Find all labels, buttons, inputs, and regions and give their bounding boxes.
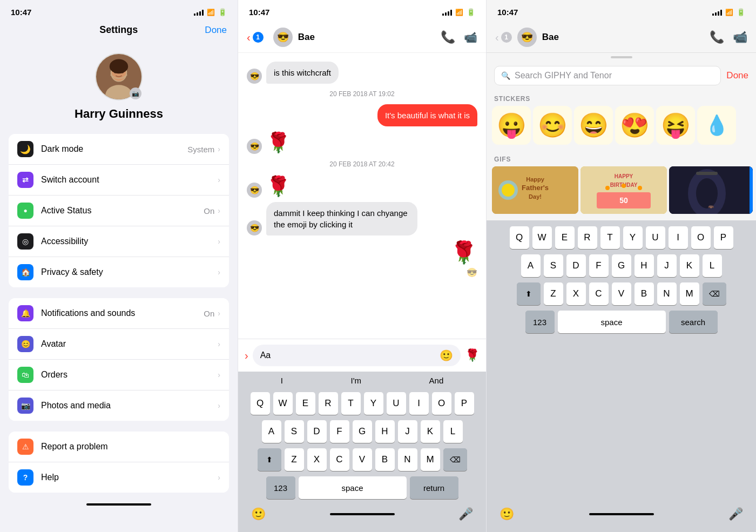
gif-item[interactable]: Happy Father's Day! xyxy=(492,166,578,214)
key-gbackspace[interactable]: ⌫ xyxy=(703,282,726,305)
key-gI[interactable]: I xyxy=(669,226,688,249)
key-gN[interactable]: N xyxy=(657,282,677,305)
sticker-item[interactable]: 😝 xyxy=(656,106,695,145)
settings-row-accessibility[interactable]: ◎ Accessibility › xyxy=(9,226,229,257)
key-gD[interactable]: D xyxy=(566,254,586,277)
key-gZ[interactable]: Z xyxy=(544,282,563,305)
back-button[interactable]: ‹ 1 xyxy=(247,31,264,44)
key-H[interactable]: H xyxy=(375,420,395,443)
mic-icon[interactable]: 🎤 xyxy=(458,507,473,521)
settings-row-help[interactable]: ? Help › xyxy=(9,462,229,493)
key-gK[interactable]: K xyxy=(680,254,699,277)
key-gspace[interactable]: space xyxy=(558,311,666,333)
key-W[interactable]: W xyxy=(273,392,293,415)
key-Y[interactable]: Y xyxy=(364,392,383,415)
key-gshift[interactable]: ⬆ xyxy=(517,282,541,305)
settings-row-switch-account[interactable]: ⇄ Switch account › xyxy=(9,165,229,196)
key-E[interactable]: E xyxy=(296,392,315,415)
key-A[interactable]: A xyxy=(262,420,281,443)
sticker-item[interactable]: 😄 xyxy=(574,106,613,145)
key-gM[interactable]: M xyxy=(680,282,699,305)
key-Z[interactable]: Z xyxy=(285,448,304,471)
key-M[interactable]: M xyxy=(421,448,440,471)
key-return[interactable]: return xyxy=(410,476,458,499)
suggestion-1[interactable]: I xyxy=(281,376,283,385)
giphy-done-button[interactable]: Done xyxy=(726,70,748,81)
key-gQ[interactable]: Q xyxy=(510,226,529,249)
key-gsearch[interactable]: search xyxy=(669,311,718,333)
key-gC[interactable]: C xyxy=(589,282,609,305)
key-L[interactable]: L xyxy=(443,420,463,443)
settings-row-photos[interactable]: 📷 Photos and media › xyxy=(9,390,229,421)
settings-row-privacy[interactable]: 🏠 Privacy & safety › xyxy=(9,257,229,287)
giphy-search-input-wrap[interactable]: 🔍 Search GIPHY and Tenor xyxy=(494,66,721,85)
key-C[interactable]: C xyxy=(330,448,349,471)
key-gJ[interactable]: J xyxy=(657,254,677,277)
key-G[interactable]: G xyxy=(353,420,372,443)
key-X[interactable]: X xyxy=(307,448,327,471)
key-I[interactable]: I xyxy=(409,392,429,415)
key-gX[interactable]: X xyxy=(566,282,586,305)
key-gY[interactable]: Y xyxy=(623,226,643,249)
key-gV[interactable]: V xyxy=(612,282,631,305)
sticker-item[interactable]: 😛 xyxy=(492,106,531,145)
key-gG[interactable]: G xyxy=(612,254,631,277)
settings-row-avatar[interactable]: 😊 Avatar › xyxy=(9,329,229,360)
suggestion-2[interactable]: I'm xyxy=(350,376,361,385)
avatar-wrapper[interactable]: 📷 xyxy=(95,53,143,100)
settings-row-notifications[interactable]: 🔔 Notifications and sounds On › xyxy=(9,298,229,329)
sticker-button[interactable]: 🌹 xyxy=(465,348,480,362)
key-gL[interactable]: L xyxy=(703,254,722,277)
expand-button[interactable]: › xyxy=(245,349,248,362)
key-gU[interactable]: U xyxy=(646,226,665,249)
key-gH[interactable]: H xyxy=(634,254,654,277)
key-gT[interactable]: T xyxy=(600,226,620,249)
key-K[interactable]: K xyxy=(421,420,440,443)
key-gR[interactable]: R xyxy=(578,226,597,249)
key-shift[interactable]: ⬆ xyxy=(258,448,281,471)
key-gF[interactable]: F xyxy=(589,254,609,277)
settings-row-orders[interactable]: 🛍 Orders › xyxy=(9,360,229,390)
emoji-picker-icon-3[interactable]: 🙂 xyxy=(500,507,514,521)
key-V[interactable]: V xyxy=(353,448,372,471)
settings-done-button[interactable]: Done xyxy=(205,25,227,36)
chat-input-box[interactable]: Aa 🙂 xyxy=(253,345,461,366)
key-D[interactable]: D xyxy=(307,420,327,443)
key-J[interactable]: J xyxy=(398,420,417,443)
sticker-item[interactable]: 😊 xyxy=(533,106,572,145)
phone-call-button[interactable]: 📞 xyxy=(441,30,455,44)
key-space[interactable]: space xyxy=(299,476,407,499)
key-T[interactable]: T xyxy=(341,392,361,415)
phone-call-button-3[interactable]: 📞 xyxy=(710,30,724,44)
key-backspace[interactable]: ⌫ xyxy=(443,448,467,471)
key-N[interactable]: N xyxy=(398,448,417,471)
key-Q[interactable]: Q xyxy=(251,392,270,415)
gif-item[interactable]: HAPPY BIRTHDAY 50 xyxy=(580,166,667,214)
key-gP[interactable]: P xyxy=(714,226,733,249)
key-gA[interactable]: A xyxy=(521,254,541,277)
key-gW[interactable]: W xyxy=(532,226,552,249)
settings-row-active-status[interactable]: ● Active Status On › xyxy=(9,196,229,226)
settings-row-report[interactable]: ⚠ Report a problem xyxy=(9,432,229,462)
settings-row-dark-mode[interactable]: 🌙 Dark mode System › xyxy=(9,134,229,165)
key-S[interactable]: S xyxy=(285,420,304,443)
sticker-item[interactable]: 💧 xyxy=(697,106,736,145)
key-F[interactable]: F xyxy=(330,420,349,443)
key-gO[interactable]: O xyxy=(691,226,711,249)
emoji-picker-icon[interactable]: 🙂 xyxy=(251,507,266,521)
suggestion-3[interactable]: And xyxy=(429,376,444,385)
giphy-back-button[interactable]: ‹ 1 xyxy=(495,31,512,44)
key-O[interactable]: O xyxy=(432,392,451,415)
key-gnumbers[interactable]: 123 xyxy=(525,311,555,333)
video-call-button[interactable]: 📹 xyxy=(464,31,477,44)
key-gS[interactable]: S xyxy=(544,254,563,277)
key-gE[interactable]: E xyxy=(555,226,575,249)
giphy-search-input[interactable]: Search GIPHY and Tenor xyxy=(515,71,612,80)
mic-icon-3[interactable]: 🎤 xyxy=(728,507,743,521)
key-gB[interactable]: B xyxy=(634,282,654,305)
emoji-button[interactable]: 🙂 xyxy=(440,349,453,362)
key-U[interactable]: U xyxy=(387,392,406,415)
key-P[interactable]: P xyxy=(455,392,474,415)
key-B[interactable]: B xyxy=(375,448,395,471)
key-R[interactable]: R xyxy=(319,392,338,415)
